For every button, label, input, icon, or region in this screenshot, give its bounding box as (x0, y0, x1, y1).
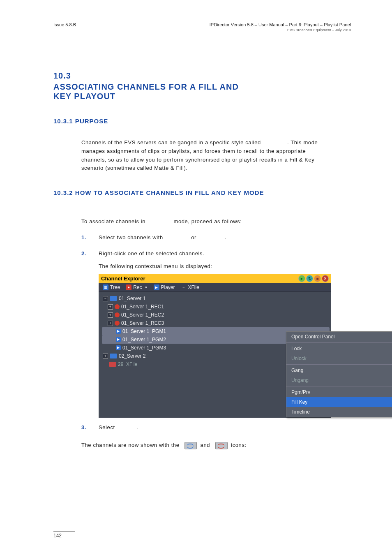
purpose-text-a: Channels of the EVS servers can be gange… (81, 139, 261, 146)
ctx-unlock: Unlock (286, 354, 392, 363)
server-icon (110, 296, 117, 301)
chevron-down-icon: ▼ (145, 286, 148, 289)
ctx-separator (286, 342, 392, 343)
context-menu: Open Control Panel Lock Unlock Gang Unga… (286, 331, 392, 417)
ctx-open-control-panel[interactable]: Open Control Panel (286, 332, 392, 342)
play-icon: ▶ (116, 337, 121, 342)
toolbar-player-label: Player (161, 284, 175, 290)
titlebar-btn-3[interactable]: ■ (314, 275, 321, 282)
step-1-mid: or (191, 234, 196, 240)
tree-server-1-label: 01_Server 1 (119, 295, 145, 302)
section-title-line1: ASSOCIATING CHANNELS FOR A FILL AND (53, 82, 351, 92)
channel-explorer-titlebar: Channel Explorer ▸ ↻ ■ × (99, 274, 331, 283)
close-icon[interactable]: × (322, 275, 329, 282)
play-icon: ▶ (116, 345, 121, 350)
rec-dot-icon (115, 312, 120, 317)
tree-rec2[interactable]: +01_Server 1_REC2 (102, 311, 330, 319)
result-mid: and (201, 442, 210, 448)
step-1-a: Select two channels with (99, 234, 163, 240)
toolbar-tree[interactable]: ▦Tree (101, 284, 122, 290)
ctx-lock[interactable]: Lock (286, 344, 392, 354)
xfile-badge-icon (109, 362, 116, 367)
step-2-num: 2. (81, 250, 99, 258)
tree-server-2-label: 02_Server 2 (119, 352, 145, 360)
step-2: 2. Right-click one of the selected chann… (81, 250, 320, 258)
channel-explorer-screenshot: Channel Explorer ▸ ↻ ■ × ▦Tree ●Rec▼ ▶Pl… (99, 274, 331, 418)
result-line: The channels are now shown with the and … (81, 441, 328, 450)
tree-rec1[interactable]: +01_Server 1_REC1 (102, 303, 330, 311)
toolbar-rec-label: Rec (133, 284, 142, 290)
step-3-a: Select (99, 424, 115, 430)
header-rule (53, 34, 351, 34)
section-title-line2: KEY PLAYOUT (53, 92, 351, 101)
channel-explorer-toolbar: ▦Tree ●Rec▼ ▶Player ~XFile (99, 283, 331, 292)
step-3-num: 3. (81, 423, 99, 432)
step-3-end: . (136, 424, 138, 430)
tree-xfile-label: 29_XFile (118, 361, 137, 368)
ctx-separator (286, 386, 392, 386)
ctx-ungang: Ungang (286, 375, 392, 385)
ctx-fillkey[interactable]: Fill Key (286, 397, 392, 407)
toolbar-player[interactable]: ▶Player (152, 284, 177, 290)
player-icon: ▶ (154, 284, 159, 290)
leadin-line: To associate channels in mode, proceed a… (81, 217, 320, 226)
toolbar-xfile-label: XFile (188, 284, 199, 290)
leadin-a: To associate channels in (81, 218, 145, 224)
tree-rec2-label: 01_Server 1_REC2 (121, 311, 164, 319)
tree-rec1-label: 01_Server 1_REC1 (121, 303, 164, 310)
result-a: The channels are now shown with the (81, 442, 180, 448)
ctx-timeline[interactable]: Timeline (286, 407, 392, 417)
tree-rec3-label: 01_Server 1_REC3 (121, 319, 164, 327)
ctx-separator (286, 364, 392, 365)
toolbar-xfile[interactable]: ~XFile (179, 284, 201, 290)
tree-pgm2-label: 01_Server 1_PGM2 (122, 336, 166, 343)
titlebar-btn-2[interactable]: ↻ (306, 275, 313, 282)
tree-server-1[interactable]: −01_Server 1 (102, 294, 330, 303)
step-1: 1. Select two channels with or . (81, 234, 320, 242)
rec-dot-icon (115, 321, 120, 326)
step-2-text: Right-click one of the selected channels… (99, 250, 320, 258)
play-icon: ▶ (116, 329, 121, 334)
header-issue: Issue 5.8.B (53, 22, 76, 27)
ctx-pgmprv[interactable]: Pgm/Prv (286, 387, 392, 397)
header-doc-sub: EVS Broadcast Equipment – July 2010 (210, 28, 351, 32)
step-3: 3. Select . (81, 423, 320, 432)
header-doc-title: IPDirector Version 5.8 – User Manual – P… (210, 22, 351, 27)
rec-icon: ● (126, 284, 131, 290)
tree-rec3[interactable]: +01_Server 1_REC3 (102, 319, 330, 327)
section-number: 10.3 (53, 71, 351, 81)
purpose-paragraph: Channels of the EVS servers can be gange… (81, 139, 320, 173)
xfile-icon: ~ (181, 284, 187, 290)
page-number: 142 (53, 533, 62, 539)
expand-icon[interactable]: + (108, 312, 113, 318)
titlebar-btn-1[interactable]: ▸ (298, 275, 305, 282)
tree-icon: ▦ (103, 284, 108, 290)
server-icon (110, 354, 117, 358)
toolbar-rec[interactable]: ●Rec▼ (124, 284, 149, 290)
tree-pgm1-label: 01_Server 1_PGM1 (122, 328, 166, 335)
tree-pgm3-label: 01_Server 1_PGM3 (122, 344, 166, 352)
channel-tree: −01_Server 1 +01_Server 1_REC1 +01_Serve… (99, 292, 331, 418)
step-2-follow: The following contextual menu is display… (99, 262, 321, 271)
channel-explorer-title: Channel Explorer (101, 275, 145, 282)
leadin-b: mode, proceed as follows: (173, 218, 242, 224)
step-1-end: . (224, 234, 226, 240)
key-icon (215, 442, 228, 449)
subsection-howto: 10.3.2 HOW TO ASSOCIATE CHANNELS IN FILL… (53, 189, 351, 196)
footer-rule (53, 532, 75, 532)
step-1-num: 1. (81, 234, 99, 242)
result-end: icons: (231, 442, 247, 448)
subsection-purpose: 10.3.1 PURPOSE (53, 118, 351, 125)
expand-icon[interactable]: + (108, 321, 113, 326)
fill-icon (184, 442, 197, 449)
rec-dot-icon (115, 304, 120, 309)
collapse-icon[interactable]: − (103, 296, 108, 301)
expand-icon[interactable]: + (108, 304, 113, 310)
ctx-gang[interactable]: Gang (286, 365, 392, 375)
expand-icon[interactable]: + (103, 354, 108, 359)
toolbar-tree-label: Tree (110, 284, 120, 290)
